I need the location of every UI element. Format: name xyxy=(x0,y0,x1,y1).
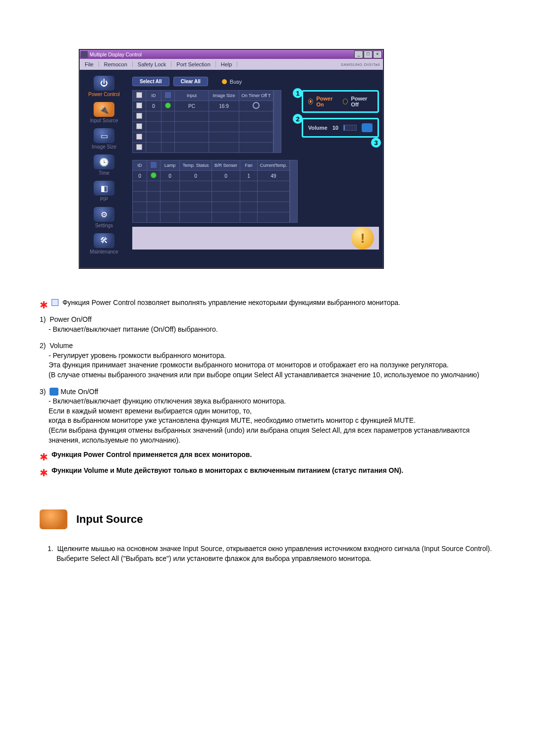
radio-dot-icon xyxy=(343,99,348,104)
item2-line2: (В случае отмены выбранного значения или… xyxy=(40,370,495,380)
input-source-section-icon xyxy=(40,509,67,529)
col-temp-status: Temp. Status xyxy=(180,160,212,171)
cell-lamp: 0 xyxy=(160,171,180,181)
intro-text: Функция Power Control позволяет выполнят… xyxy=(62,299,400,306)
footer-bar: ! xyxy=(132,227,379,250)
input-source-icon: 🔌 xyxy=(94,102,114,117)
sidebar-item-input-source[interactable]: 🔌 Input Source xyxy=(85,101,123,125)
star-icon: ✱ xyxy=(40,450,52,464)
checkbox-icon xyxy=(52,299,58,306)
col-on-timer: On Timer Off T xyxy=(239,91,273,101)
section2-body1: Щелкните мышью на основном значке Input … xyxy=(57,545,491,553)
row-checkbox[interactable] xyxy=(136,102,142,108)
maximize-button[interactable]: □ xyxy=(364,50,373,58)
status-off-icon xyxy=(253,102,260,109)
col-id: ID xyxy=(146,91,161,101)
status-header-icon xyxy=(165,92,171,98)
select-all-button[interactable]: Select All xyxy=(132,77,169,86)
sidebar-item-label: Input Source xyxy=(90,118,118,123)
volume-label: Volume xyxy=(308,125,327,131)
cell-image-size: 16:9 xyxy=(209,101,239,111)
cell-br: 0 xyxy=(212,171,240,181)
time-icon: 🕓 xyxy=(94,154,114,169)
item1-line: - Включает/выключает питание (On/Off) вы… xyxy=(40,325,495,335)
col-fan: Fan xyxy=(240,160,258,171)
item3-title: Mute On/Off xyxy=(60,388,98,396)
sidebar-item-label: PIP xyxy=(100,197,108,202)
col-br-senser: B/R Senser xyxy=(212,160,240,171)
status-header-icon xyxy=(151,162,157,168)
sidebar-item-label: Maintenance xyxy=(90,249,118,254)
col-id: ID xyxy=(133,160,147,171)
volume-slider[interactable] xyxy=(343,125,357,131)
sidebar-item-label: Power Control xyxy=(88,92,119,97)
sidebar-item-pip[interactable]: ◧ PIP xyxy=(85,180,123,204)
main-panel: Select All Clear All Busy xyxy=(128,70,383,268)
busy-dot-icon xyxy=(222,79,227,84)
callout-3: 3 xyxy=(371,138,381,148)
monitor-table-bottom[interactable]: ID Lamp Temp. Status B/R Senser Fan Curr… xyxy=(132,160,290,223)
pip-icon: ◧ xyxy=(94,181,114,196)
table-row[interactable]: 0 PC 16:9 xyxy=(133,101,273,111)
close-button[interactable]: × xyxy=(373,50,382,58)
document-body: ✱ Функция Power Control позволяет выполн… xyxy=(40,298,495,563)
menu-port-selection[interactable]: Port Selection xyxy=(171,61,215,67)
sidebar-item-label: Image Size xyxy=(92,144,116,150)
power-on-label: Power On xyxy=(316,96,338,107)
sidebar-item-settings[interactable]: ⚙ Settings xyxy=(85,206,123,230)
scrollbar[interactable] xyxy=(290,160,298,223)
table-row[interactable]: 0 0 0 0 1 49 xyxy=(133,171,290,181)
monitor-table-top[interactable]: ID Input Image Size On Timer Off T 0 PC xyxy=(132,90,273,153)
note2: Функции Volume и Mute действуют только в… xyxy=(52,466,495,476)
sidebar-item-maintenance[interactable]: 🛠 Maintenance xyxy=(85,232,123,256)
power-control-icon: ⏻ xyxy=(94,76,114,91)
menu-safety-lock[interactable]: Safety Lock xyxy=(133,61,171,67)
status-green-icon xyxy=(151,172,157,178)
info-bulb-icon: ! xyxy=(351,227,374,250)
cell-ct: 49 xyxy=(258,171,290,181)
cell-fan: 1 xyxy=(240,171,258,181)
volume-panel: Volume 10 xyxy=(302,118,379,138)
mute-icon[interactable] xyxy=(362,123,373,132)
item3-line0: - Включает/выключает функцию отключения … xyxy=(40,397,495,406)
star-icon: ✱ xyxy=(40,466,52,480)
col-image-size: Image Size xyxy=(209,91,239,101)
menu-file[interactable]: File xyxy=(80,61,99,67)
power-off-radio[interactable]: Power Off xyxy=(343,96,373,107)
right-control-panel: 1 Power On Power Off 2 xyxy=(302,90,379,138)
sidebar-item-label: Time xyxy=(99,170,109,176)
radio-dot-icon xyxy=(308,99,313,104)
col-current-temp: CurrentTemp. xyxy=(258,160,290,171)
sidebar-item-image-size[interactable]: ▭ Image Size xyxy=(85,127,123,151)
app-window: Multiple Display Control _ □ × File Remo… xyxy=(79,50,383,268)
callout-1: 1 xyxy=(293,88,303,98)
brand-label: SAMSUNG DIGITall xyxy=(237,62,383,67)
menu-bar: File Remocon Safety Lock Port Selection … xyxy=(80,59,383,70)
power-on-radio[interactable]: Power On xyxy=(308,96,338,107)
minimize-button[interactable]: _ xyxy=(354,50,363,58)
menu-remocon[interactable]: Remocon xyxy=(99,61,133,67)
item2-line1: Эта функция принимает значение громкости… xyxy=(40,360,495,370)
menu-help[interactable]: Help xyxy=(216,61,238,67)
sidebar-item-time[interactable]: 🕓 Time xyxy=(85,153,123,178)
cell-temp-status: 0 xyxy=(180,171,212,181)
section-title: Input Source xyxy=(76,512,143,527)
sidebar-item-label: Settings xyxy=(95,223,113,228)
cell-id: 0 xyxy=(146,101,161,111)
item1-title: Power On/Off xyxy=(50,315,92,323)
clear-all-button[interactable]: Clear All xyxy=(173,77,208,86)
item2-line0: - Регулирует уровень громкости выбранног… xyxy=(40,351,495,361)
title-bar[interactable]: Multiple Display Control _ □ × xyxy=(80,50,383,59)
item3-line1: Если в каждый момент времени выбирается … xyxy=(40,406,495,416)
busy-label: Busy xyxy=(230,79,242,85)
mute-inline-icon xyxy=(50,388,58,396)
section2-body2: Выберите Select All ("Выбрать все") или … xyxy=(56,554,495,564)
scrollbar[interactable] xyxy=(273,90,281,153)
status-green-icon xyxy=(165,102,171,108)
power-panel: Power On Power Off xyxy=(302,90,379,113)
item2-title: Volume xyxy=(50,342,73,350)
sidebar-item-power-control[interactable]: ⏻ Power Control xyxy=(85,75,123,99)
header-checkbox[interactable] xyxy=(136,92,142,98)
star-icon: ✱ xyxy=(40,298,52,312)
power-off-label: Power Off xyxy=(351,96,373,107)
